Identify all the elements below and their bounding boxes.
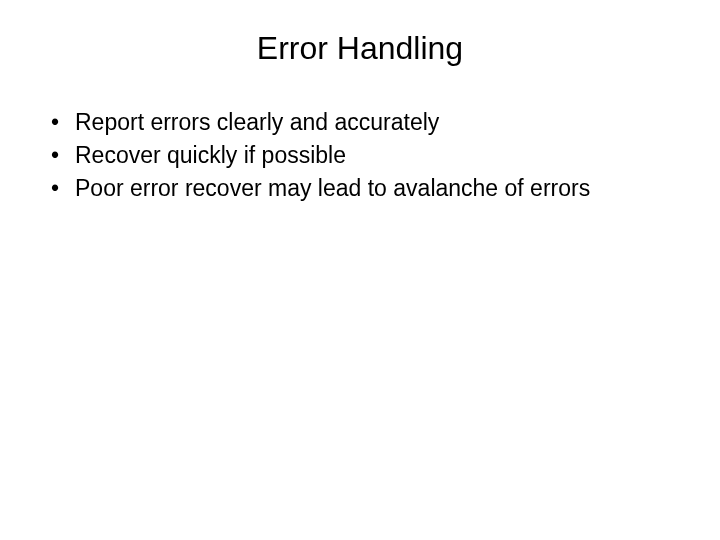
list-item: Report errors clearly and accurately [45,107,690,138]
list-item: Recover quickly if possible [45,140,690,171]
bullet-list: Report errors clearly and accurately Rec… [30,107,690,204]
slide-title: Error Handling [30,30,690,67]
list-item: Poor error recover may lead to avalanche… [45,173,690,204]
